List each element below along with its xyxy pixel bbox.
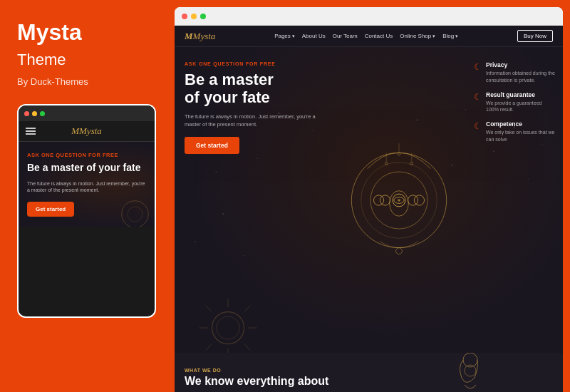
competence-desc: We only take on issues that we can solve [486,129,556,143]
privacy-icon: ☾ [474,62,482,73]
bottom-moon-figure [449,353,492,392]
desktop-logo-text: Mysta [193,31,216,41]
hero-cta-button[interactable]: Get started [185,137,239,154]
competence-text: Competence We only take on issues that w… [486,120,556,143]
feature-competence: ☾ Competence We only take on issues that… [474,120,556,143]
left-panel: Mysta Theme By Duck-Themes MMysta ASK ON… [0,0,175,392]
mobile-hero: ASK ONE QUESTION FOR FREE Be a master of… [19,142,155,227]
dot-yellow [32,111,37,116]
desktop-browser-bar [175,7,563,26]
svg-point-1 [123,204,136,217]
svg-line-27 [244,306,250,311]
desktop-logo: MMysta [185,31,215,42]
bottom-what-label: WHAT WE DO [185,368,553,373]
desktop-nav-links: Pages About Us Our Team Contact Us Onlin… [274,33,458,39]
desktop-dot-yellow [191,14,197,19]
hero-center-graphic [331,47,467,353]
guarantee-icon: ☾ [474,92,482,103]
feature-guarantee: ☾ Result guarantee We provide a guarante… [474,91,556,114]
nav-contact[interactable]: Contact Us [365,33,393,39]
svg-point-48 [465,365,476,376]
privacy-title: Privacy [486,61,556,68]
mystical-circle-svg [342,129,456,272]
hero-right-features: ☾ Privacy Information obtained during th… [467,47,563,353]
desktop-dot-green [200,14,206,19]
privacy-desc: Information obtained during the consulta… [486,70,556,84]
brand-by: By Duck-Themes [17,76,157,87]
nav-blog[interactable]: Blog [442,33,458,39]
mobile-ask-label: ASK ONE QUESTION FOR FREE [27,152,146,158]
nav-pages[interactable]: Pages [274,33,295,39]
hamburger-icon[interactable] [26,128,36,135]
mobile-cta-button[interactable]: Get started [27,202,74,217]
nav-shop[interactable]: Online Shop [400,33,435,39]
mobile-moon-decoration [119,198,151,227]
mobile-body-text: The future is always in motion. Just rem… [27,180,146,195]
hero-headline-line2: of your fate [185,88,270,106]
hero-ask-label: ASK ONE QUESTION FOR FREE [185,61,321,66]
bottom-headline: We know everything about [185,375,553,388]
svg-point-35 [408,195,418,205]
competence-icon: ☾ [474,121,482,132]
desktop-content: MMysta Pages About Us Our Team Contact U… [175,26,563,392]
svg-line-26 [244,344,250,350]
svg-point-32 [373,195,383,205]
right-panel: MMysta Pages About Us Our Team Contact U… [175,7,563,392]
guarantee-text: Result guarantee We provide a guaranteed… [486,91,556,114]
brand-name: Mysta [17,20,157,45]
mobile-headline: Be a master of your fate [27,162,146,175]
mobile-logo: MMysta [71,125,102,137]
svg-point-36 [414,195,424,205]
mobile-nav: MMysta [19,121,155,142]
hero-headline-line1: Be a master [185,71,274,88]
svg-point-46 [396,247,403,254]
svg-point-33 [380,195,390,205]
nav-about[interactable]: About Us [302,33,326,39]
mobile-browser-bar [19,105,155,121]
hero-body-text: The future is always in motion. Just rem… [185,113,321,129]
privacy-text: Privacy Information obtained during the … [486,61,556,84]
svg-point-39 [398,199,400,202]
desktop-hero: ASK ONE QUESTION FOR FREE Be a master of… [175,47,563,353]
desktop-bottom-strip: WHAT WE DO We know everything about [175,353,563,392]
competence-title: Competence [486,120,556,128]
buy-now-button[interactable]: Buy Now [517,30,553,42]
desktop-dot-red [182,14,187,19]
svg-point-20 [217,316,239,339]
feature-privacy: ☾ Privacy Information obtained during th… [474,61,556,84]
svg-line-25 [206,306,212,311]
svg-line-28 [206,344,212,350]
hero-left-content: ASK ONE QUESTION FOR FREE Be a master of… [175,47,331,353]
guarantee-desc: We provide a guaranteed 100% result. [486,100,556,114]
guarantee-title: Result guarantee [486,91,556,98]
dot-green [40,111,45,116]
dot-red [24,111,29,116]
svg-point-19 [212,312,244,344]
hero-headline: Be a master of your fate [185,71,321,107]
mobile-preview: MMysta ASK ONE QUESTION FOR FREE Be a ma… [17,104,156,318]
svg-point-44 [398,153,400,155]
sun-decoration [196,296,260,353]
nav-team[interactable]: Our Team [333,33,358,39]
desktop-nav: MMysta Pages About Us Our Team Contact U… [175,26,563,47]
brand-subtitle: Theme [17,51,157,69]
